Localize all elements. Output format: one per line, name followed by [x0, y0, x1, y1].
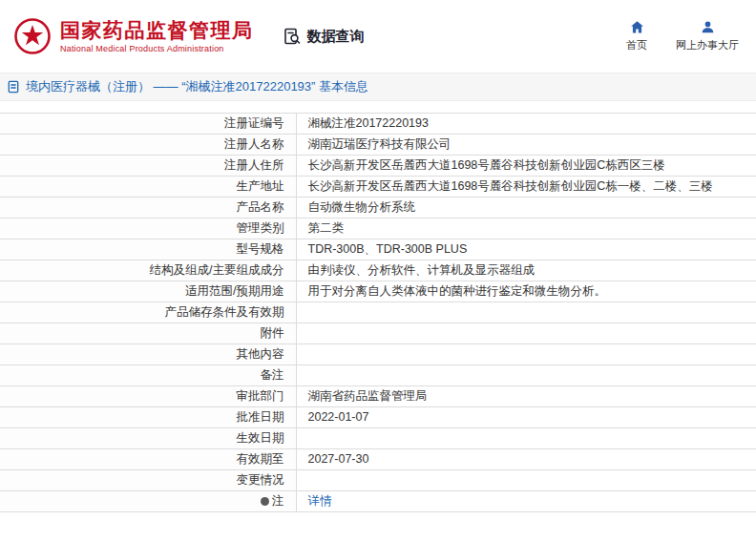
table-row: 结构及组成/主要组成成分由判读仪、分析软件、计算机及显示器组成 — [0, 260, 756, 281]
row-value: 2022-01-07 — [296, 407, 756, 428]
table-row: 附件 — [0, 323, 756, 344]
nav-data-query-label: 数据查询 — [307, 28, 365, 46]
nav-home-label: 首页 — [626, 38, 647, 52]
row-label: 产品储存条件及有效期 — [0, 302, 296, 323]
row-value — [296, 365, 756, 386]
national-emblem-logo — [13, 17, 52, 55]
nav-service-hall[interactable]: 网上办事大厅 — [676, 20, 739, 52]
table-row: 其他内容 — [0, 344, 756, 365]
row-label: 注册人名称 — [0, 135, 296, 156]
table-row: 型号规格TDR-300B、TDR-300B PLUS — [0, 239, 756, 260]
table-row: 注册人名称湖南迈瑞医疗科技有限公司 — [0, 135, 756, 156]
row-label: 批准日期 — [0, 407, 296, 428]
nav-service-hall-label: 网上办事大厅 — [676, 38, 739, 52]
row-value: 由判读仪、分析软件、计算机及显示器组成 — [296, 260, 756, 281]
row-label: 适用范围/预期用途 — [0, 281, 296, 302]
table-row: 生产地址长沙高新开发区岳麓西大道1698号麓谷科技创新创业园C栋一楼、二楼、三楼 — [0, 177, 756, 198]
table-row: 注册证编号湘械注准20172220193 — [0, 114, 756, 135]
row-value: 用于对分离自人类体液中的菌种进行鉴定和微生物分析。 — [296, 281, 756, 302]
table-row: 有效期至2027-07-30 — [0, 449, 756, 470]
row-value — [296, 428, 756, 449]
row-label: 型号规格 — [0, 239, 296, 260]
row-value: TDR-300B、TDR-300B PLUS — [296, 239, 756, 260]
home-icon — [630, 20, 644, 34]
row-value — [296, 323, 756, 344]
brand: 国家药品监督管理局 National Medical Products Admi… — [13, 17, 254, 55]
header-right-nav: 首页 网上办事大厅 — [626, 20, 739, 52]
breadcrumb-bar: 境内医疗器械（注册） —— “湘械注准20172220193” 基本信息 — [0, 73, 756, 101]
row-label: 备注 — [0, 365, 296, 386]
row-label: 注册证编号 — [0, 114, 296, 135]
table-row: 适用范围/预期用途用于对分离自人类体液中的菌种进行鉴定和微生物分析。 — [0, 281, 756, 302]
row-value: 2027-07-30 — [296, 449, 756, 470]
row-value: 湘械注准20172220193 — [296, 114, 756, 135]
table-row: 管理类别第二类 — [0, 218, 756, 239]
row-value: 湖南迈瑞医疗科技有限公司 — [296, 135, 756, 156]
row-value: 长沙高新开发区岳麓西大道1698号麓谷科技创新创业园C栋一楼、二楼、三楼 — [296, 177, 756, 198]
row-value: 自动微生物分析系统 — [296, 198, 756, 218]
row-label: 审批部门 — [0, 386, 296, 407]
row-label: 变更情况 — [0, 470, 296, 491]
row-label: 生效日期 — [0, 428, 296, 449]
note-icon — [261, 497, 269, 506]
row-value: 湖南省药品监督管理局 — [296, 386, 756, 407]
org-name-cn: 国家药品监督管理局 — [60, 19, 254, 41]
org-name-en: National Medical Products Administration — [60, 44, 254, 53]
row-label: 管理类别 — [0, 218, 296, 239]
row-label: 有效期至 — [0, 449, 296, 470]
row-label: 结构及组成/主要组成成分 — [0, 260, 296, 281]
table-row: 备注 — [0, 365, 756, 386]
table-row: 产品名称自动微生物分析系统 — [0, 198, 756, 218]
table-row: 变更情况 — [0, 470, 756, 491]
nav-home[interactable]: 首页 — [626, 20, 647, 52]
site-header: 国家药品监督管理局 National Medical Products Admi… — [0, 0, 756, 73]
data-query-icon — [283, 27, 302, 46]
row-value: 详情 — [296, 491, 756, 512]
page-title: 境内医疗器械（注册） —— “湘械注准20172220193” 基本信息 — [26, 78, 368, 95]
registration-info-table: 注册证编号湘械注准20172220193 注册人名称湖南迈瑞医疗科技有限公司 注… — [0, 113, 756, 512]
row-value: 第二类 — [296, 218, 756, 239]
nav-data-query[interactable]: 数据查询 — [283, 27, 365, 46]
document-icon — [7, 80, 20, 94]
row-label: 附件 — [0, 323, 296, 344]
table-row: 审批部门湖南省药品监督管理局 — [0, 386, 756, 407]
row-value — [296, 344, 756, 365]
row-label: 其他内容 — [0, 344, 296, 365]
row-value — [296, 470, 756, 491]
brand-text: 国家药品监督管理局 National Medical Products Admi… — [60, 19, 254, 53]
row-label: 注册人住所 — [0, 156, 296, 177]
table-row: 批准日期2022-01-07 — [0, 407, 756, 428]
table-row: 生效日期 — [0, 428, 756, 449]
row-label: 生产地址 — [0, 177, 296, 198]
note-label: 注 — [272, 494, 284, 508]
row-value — [296, 302, 756, 323]
row-label: 注 — [0, 491, 296, 512]
row-value: 长沙高新开发区岳麓西大道1698号麓谷科技创新创业园C栋西区三楼 — [296, 156, 756, 177]
table-row: 注 详情 — [0, 491, 756, 512]
detail-link[interactable]: 详情 — [308, 494, 332, 508]
row-label: 产品名称 — [0, 198, 296, 218]
table-row: 产品储存条件及有效期 — [0, 302, 756, 323]
table-row: 注册人住所长沙高新开发区岳麓西大道1698号麓谷科技创新创业园C栋西区三楼 — [0, 156, 756, 177]
user-icon — [701, 20, 715, 34]
